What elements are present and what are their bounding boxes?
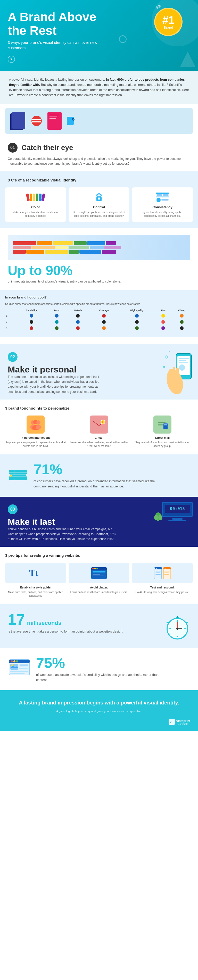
svg-text:★: ★ [9,473,13,477]
svg-point-39 [26,474,28,476]
scroll-indicator: ▼ [8,56,15,63]
cs-card-consistency: Consistency Is your brand's identity bei… [132,188,193,222]
section-01: 01 Catch their eye Corporate identity ma… [0,108,198,344]
notebook-icon [48,112,62,130]
svg-rect-54 [93,576,104,576]
svg-rect-52 [93,571,105,573]
seventy-five-section: 75% of web users associate a website's c… [0,648,198,690]
test-title: Test and respond. [132,586,193,589]
section03-desc: You've handed out business cards and fin… [8,527,116,542]
styleguide-icon: Tt [5,563,66,583]
svg-rect-3 [99,199,99,200]
hitech-header: Hi-tech [66,308,90,313]
svg-text:A: A [156,568,157,570]
brand-attributes-table: Reliability Trust Hi-tech Courage High q… [5,308,193,331]
courage-header: Courage [90,308,118,313]
header-section: A Brand Above the Rest 3 ways your brand… [0,0,198,71]
footer-title: A lasting brand impression begins with a… [8,699,190,706]
color-card-desc: Make sure your brand colors match your c… [8,211,63,218]
protips-section: 3 pro tips for creating a winning websit… [0,547,198,604]
email-icon: ! [90,415,108,434]
table-row: 2 [5,319,193,325]
svg-marker-0 [180,52,195,67]
touchpoint-email: ! E-mail Never send another marketing em… [69,415,129,448]
directmail-desc: Segment all of your lists, and custom-ta… [132,441,193,448]
protip-test: A B Test and respond. Do A/B testing new… [132,563,193,598]
section-number-01: 01 [8,143,18,153]
section01-title: Catch their eye [21,143,73,152]
section-02: 02 Make it personal The same neurochemic… [0,344,198,497]
three-cs-cards: Color Make sure your brand colors match … [5,188,193,222]
percent-section: Up to 90% of immediate judgments of a br… [0,228,198,290]
touchpoint-inperson: In-person interactions Empower your empl… [5,415,66,448]
svg-text:!: ! [102,421,103,423]
highquality-header: High quality [118,308,156,313]
cs-card-control: Control Do the right people have access … [69,188,129,222]
svg-point-9 [179,364,185,371]
catch-eye-header: 01 Catch their eye [0,136,198,155]
ms-row: 17 milliseconds is the average time it t… [8,612,190,640]
timer-monitor-illustration: 00:015 [162,502,193,521]
vistaprint-logo: V [169,719,175,726]
brand-table-section: Is your brand hot or cool? Studies show … [0,290,198,337]
svg-point-24 [101,420,105,424]
cs-card-color: Color Make sure your brand colors match … [5,188,66,222]
section-number-03: 03 [8,504,18,514]
color-swatches-icon [8,191,63,203]
footer-section: A lasting brand impression begins with a… [0,690,198,731]
control-card-title: Control [72,205,126,209]
svg-point-19 [36,420,40,425]
vistaprint-logo-area: V vistaprint corporate [8,719,190,726]
consistency-icon [135,191,190,203]
monitor-stand [172,518,182,520]
protip-clutter: Avoid clutter. Focus on features that ar… [69,563,129,598]
consistency-card-title: Consistency [135,205,190,209]
clutter-desc: Focus on features that are important to … [69,590,129,594]
timer-text: 00:015 [166,506,188,511]
color-card-title: Color [8,205,63,209]
coupon-icon: ★ [8,466,28,485]
svg-point-84 [16,660,18,662]
svg-text:V: V [170,721,172,724]
svg-rect-89 [19,668,27,669]
seventy-five-number: 75% [36,656,165,670]
svg-rect-91 [10,673,24,674]
seventy-one-number: 71% [34,462,163,477]
svg-rect-57 [155,571,161,571]
cup-icon [67,117,74,125]
three-cs-title: 3 C's of a recognizable visual identity: [5,178,193,182]
control-card-desc: Do the right people have access to your … [72,211,126,218]
intro-text: A powerful visual identity leaves a last… [9,77,189,98]
touchpoints-cards: In-person interactions Empower your empl… [5,415,193,448]
website-credibility-icon [8,658,31,680]
rank-header [5,308,16,313]
styleguide-desc: Make sure fonts, buttons, and colors are… [5,590,66,598]
ms-text: 17 milliseconds is the average time it t… [8,612,159,634]
seventy-five-desc: of web users associate a website's credi… [36,672,165,682]
svg-point-51 [96,568,98,570]
svg-rect-14 [165,355,168,358]
ms-unit: milliseconds [27,620,61,626]
ab-test-icon: A B [132,563,193,583]
vistaprint-wordmark: vistaprint corporate [176,719,190,725]
tube-logo-icon [32,116,42,126]
svg-point-49 [92,568,94,570]
color-bars-visualization [8,235,190,260]
percent-desc: of immediate judgments of a brand's visu… [8,279,190,284]
website-clean-icon [69,563,129,583]
svg-point-83 [13,660,16,662]
email-title: E-mail [69,436,129,439]
book-stack-icon [10,112,26,130]
monitor-base [168,520,187,521]
monitor-icon: 00:015 [162,502,193,517]
svg-point-50 [94,568,96,570]
fun-header: Fun [156,308,171,313]
svg-rect-63 [164,573,169,573]
intro-bold-text: In fact, 60% prefer to buy products from… [9,78,185,87]
footer-subtitle: A great logo tells your story and gives … [8,709,190,713]
plant-icon [154,510,163,522]
inperson-desc: Empower your employees to represent your… [5,441,66,448]
consistency-card-desc: Is your brand's identity being applied c… [135,211,190,218]
section01-desc: Corporate identity materials that always… [0,155,198,172]
milliseconds-section: 17 milliseconds is the average time it t… [0,604,198,648]
